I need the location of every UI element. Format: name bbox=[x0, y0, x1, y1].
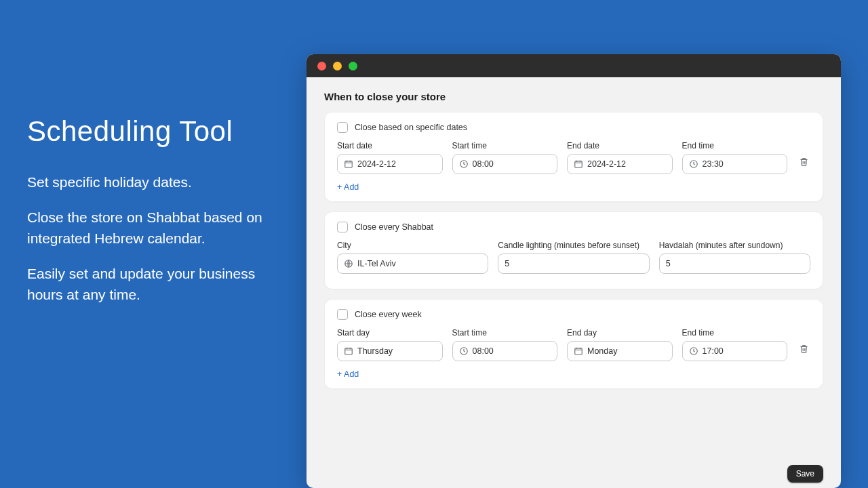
shabbat-checkbox[interactable] bbox=[337, 222, 348, 232]
specific-dates-check-row: Close based on specific dates bbox=[337, 122, 810, 133]
card-every-week: Close every week Start day Thursday Star… bbox=[324, 299, 823, 389]
candle-value: 5 bbox=[505, 259, 509, 268]
add-date-button[interactable]: + Add bbox=[337, 181, 810, 193]
start-time-input[interactable]: 08:00 bbox=[452, 154, 558, 174]
svg-rect-7 bbox=[575, 348, 583, 354]
start-day-input[interactable]: Thursday bbox=[337, 341, 443, 361]
window-titlebar bbox=[307, 54, 841, 77]
hero-title: Scheduling Tool bbox=[27, 115, 293, 148]
app-window: When to close your store Close based on … bbox=[307, 54, 841, 488]
city-label: City bbox=[337, 241, 488, 250]
save-button[interactable]: Save bbox=[787, 465, 823, 483]
card-specific-dates: Close based on specific dates Start date… bbox=[324, 112, 823, 202]
calendar-icon bbox=[344, 159, 353, 169]
specific-dates-checkbox[interactable] bbox=[337, 122, 348, 133]
page-title: When to close your store bbox=[324, 91, 823, 102]
end-time-input[interactable]: 23:30 bbox=[682, 154, 788, 174]
globe-icon bbox=[344, 259, 353, 268]
week-check-label: Close every week bbox=[355, 310, 422, 319]
candle-label: Candle lighting (minutes before sunset) bbox=[498, 241, 649, 250]
delete-week-row-button[interactable] bbox=[797, 344, 810, 357]
start-date-input[interactable]: 2024-2-12 bbox=[337, 154, 443, 174]
svg-rect-2 bbox=[575, 161, 583, 167]
hero-line-1: Set specific holiday dates. bbox=[27, 172, 278, 192]
window-max-dot[interactable] bbox=[349, 62, 357, 70]
clock-icon bbox=[459, 346, 469, 356]
end-date-label: End date bbox=[567, 141, 673, 150]
start-day-value: Thursday bbox=[357, 346, 393, 356]
hero-line-2: Close the store on Shabbat based on inte… bbox=[27, 207, 278, 249]
week-end-time-value: 17:00 bbox=[703, 346, 724, 356]
start-date-value: 2024-2-12 bbox=[357, 159, 396, 169]
city-value: IL-Tel Aviv bbox=[357, 259, 396, 268]
end-time-value: 23:30 bbox=[703, 159, 724, 169]
window-close-dot[interactable] bbox=[317, 62, 326, 70]
week-start-time-value: 08:00 bbox=[473, 346, 494, 356]
shabbat-check-label: Close every Shabbat bbox=[355, 222, 433, 232]
start-time-value: 08:00 bbox=[473, 159, 494, 169]
window-min-dot[interactable] bbox=[333, 62, 342, 70]
start-date-label: Start date bbox=[337, 141, 443, 150]
end-time-label: End time bbox=[682, 141, 788, 150]
end-day-input[interactable]: Monday bbox=[567, 341, 673, 361]
end-date-input[interactable]: 2024-2-12 bbox=[567, 154, 673, 174]
clock-icon bbox=[459, 159, 469, 169]
week-checkbox[interactable] bbox=[337, 309, 348, 320]
specific-dates-check-label: Close based on specific dates bbox=[355, 123, 467, 132]
havdalah-value: 5 bbox=[666, 259, 671, 268]
week-check-row: Close every week bbox=[337, 309, 810, 320]
svg-rect-0 bbox=[345, 161, 353, 167]
week-end-time-label: End time bbox=[682, 328, 788, 338]
havdalah-label: Havdalah (minutes after sundown) bbox=[659, 241, 810, 250]
delete-date-row-button[interactable] bbox=[797, 157, 810, 169]
havdalah-input[interactable]: 5 bbox=[659, 253, 810, 274]
start-time-label: Start time bbox=[452, 141, 558, 150]
end-date-value: 2024-2-12 bbox=[587, 159, 626, 169]
clock-icon bbox=[689, 346, 698, 356]
start-day-label: Start day bbox=[337, 328, 443, 338]
calendar-icon bbox=[574, 346, 583, 356]
end-day-label: End day bbox=[567, 328, 673, 338]
add-week-button[interactable]: + Add bbox=[337, 368, 810, 380]
week-start-time-label: Start time bbox=[452, 328, 558, 338]
end-day-value: Monday bbox=[587, 346, 617, 356]
hero-pane: Scheduling Tool Set specific holiday dat… bbox=[0, 0, 307, 488]
svg-rect-5 bbox=[345, 348, 353, 354]
shabbat-check-row: Close every Shabbat bbox=[337, 222, 810, 232]
calendar-icon bbox=[574, 159, 583, 169]
hero-line-3: Easily set and update your business hour… bbox=[27, 264, 278, 305]
week-end-time-input[interactable]: 17:00 bbox=[682, 341, 788, 361]
candle-input[interactable]: 5 bbox=[498, 253, 649, 274]
calendar-icon bbox=[344, 346, 353, 356]
clock-icon bbox=[689, 159, 698, 169]
app-body: When to close your store Close based on … bbox=[307, 77, 841, 488]
city-input[interactable]: IL-Tel Aviv bbox=[337, 253, 488, 274]
card-shabbat: Close every Shabbat City IL-Tel Aviv Can… bbox=[324, 211, 823, 289]
week-start-time-input[interactable]: 08:00 bbox=[452, 341, 558, 361]
